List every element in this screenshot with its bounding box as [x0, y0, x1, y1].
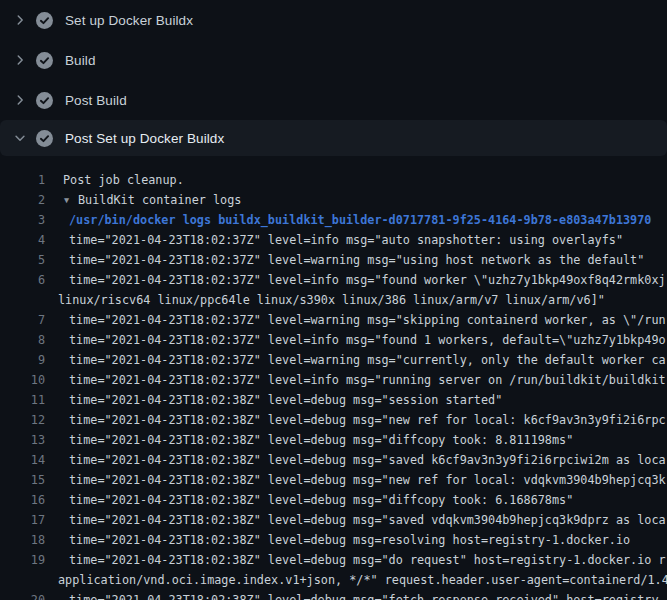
line-number[interactable]: 11 — [0, 390, 45, 410]
log-text: time="2021-04-23T18:02:37Z" level=info m… — [69, 233, 623, 247]
log-text: time="2021-04-23T18:02:38Z" level=debug … — [69, 473, 666, 487]
log-line: 7time="2021-04-23T18:02:37Z" level=warni… — [0, 310, 667, 330]
log-line: 12time="2021-04-23T18:02:38Z" level=debu… — [0, 410, 667, 430]
log-command-line: 3/usr/bin/docker logs buildx_buildkit_bu… — [0, 210, 667, 230]
log-text: application/vnd.oci.image.index.v1+json,… — [58, 573, 667, 587]
line-number[interactable]: 3 — [0, 210, 45, 230]
log-text: time="2021-04-23T18:02:37Z" level=warnin… — [69, 313, 666, 327]
log-text: time="2021-04-23T18:02:38Z" level=debug … — [69, 553, 666, 567]
step-set-up-docker-buildx[interactable]: Set up Docker Buildx — [0, 0, 667, 40]
step-post-build[interactable]: Post Build — [0, 80, 667, 120]
log-group-title[interactable]: BuildKit container logs — [78, 193, 241, 207]
log-line: 16time="2021-04-23T18:02:38Z" level=debu… — [0, 490, 667, 510]
log-line: 10time="2021-04-23T18:02:37Z" level=info… — [0, 370, 667, 390]
log-line: 4time="2021-04-23T18:02:37Z" level=info … — [0, 230, 667, 250]
step-label: Set up Docker Buildx — [65, 13, 193, 28]
line-number[interactable]: 12 — [0, 410, 45, 430]
line-number[interactable]: 4 — [0, 230, 45, 250]
step-build[interactable]: Build — [0, 40, 667, 80]
command-text: /usr/bin/docker logs buildx_buildkit_bui… — [69, 213, 651, 227]
line-number[interactable]: 18 — [0, 530, 45, 550]
step-label: Post Set up Docker Buildx — [65, 131, 224, 146]
step-label: Build — [65, 53, 96, 68]
log-text: time="2021-04-23T18:02:37Z" level=info m… — [69, 273, 666, 287]
log-text: time="2021-04-23T18:02:38Z" level=debug … — [69, 493, 573, 507]
log-line: 17time="2021-04-23T18:02:38Z" level=debu… — [0, 510, 667, 530]
line-number[interactable]: 10 — [0, 370, 45, 390]
line-number[interactable]: 13 — [0, 430, 45, 450]
line-number[interactable]: 2 — [0, 190, 45, 210]
log-text: time="2021-04-23T18:02:38Z" level=debug … — [69, 453, 666, 467]
log-line: 1Post job cleanup. — [0, 170, 667, 190]
log-text: time="2021-04-23T18:02:38Z" level=debug … — [69, 513, 666, 527]
log-line: 8time="2021-04-23T18:02:37Z" level=info … — [0, 330, 667, 350]
log-line: 13time="2021-04-23T18:02:38Z" level=debu… — [0, 430, 667, 450]
line-number[interactable]: 15 — [0, 470, 45, 490]
step-post-set-up-docker-buildx[interactable]: Post Set up Docker Buildx — [0, 120, 667, 156]
log-line-continuation: application/vnd.oci.image.index.v1+json,… — [0, 570, 667, 590]
chevron-right-icon — [12, 92, 28, 108]
log-line: 11time="2021-04-23T18:02:38Z" level=debu… — [0, 390, 667, 410]
log-line: 19time="2021-04-23T18:02:38Z" level=debu… — [0, 550, 667, 570]
collapse-triangle-icon[interactable]: ▼ — [64, 190, 78, 210]
log-line: 6time="2021-04-23T18:02:37Z" level=info … — [0, 270, 667, 290]
check-circle-icon — [36, 12, 53, 29]
line-number[interactable]: 19 — [0, 550, 45, 570]
log-line: 9time="2021-04-23T18:02:37Z" level=warni… — [0, 350, 667, 370]
check-circle-icon — [36, 52, 53, 69]
log-group-header[interactable]: 2▼BuildKit container logs — [0, 190, 667, 210]
log-line: 15time="2021-04-23T18:02:38Z" level=debu… — [0, 470, 667, 490]
log-line: 20time="2021-04-23T18:02:38Z" level=debu… — [0, 590, 667, 600]
line-number[interactable]: 16 — [0, 490, 45, 510]
line-number[interactable]: 17 — [0, 510, 45, 530]
log-text: time="2021-04-23T18:02:37Z" level=warnin… — [69, 253, 644, 267]
log-text: time="2021-04-23T18:02:38Z" level=debug … — [69, 533, 630, 547]
line-number[interactable]: 14 — [0, 450, 45, 470]
line-number[interactable]: 6 — [0, 270, 45, 290]
line-number[interactable]: 8 — [0, 330, 45, 350]
log-text: time="2021-04-23T18:02:38Z" level=debug … — [69, 593, 666, 600]
check-circle-icon — [36, 130, 53, 147]
log-line-continuation: linux/riscv64 linux/ppc64le linux/s390x … — [0, 290, 667, 310]
log-area: 1Post job cleanup. 2▼BuildKit container … — [0, 156, 667, 600]
chevron-right-icon — [12, 52, 28, 68]
log-text: time="2021-04-23T18:02:37Z" level=info m… — [69, 373, 666, 387]
log-line: 5time="2021-04-23T18:02:37Z" level=warni… — [0, 250, 667, 270]
log-text: time="2021-04-23T18:02:38Z" level=debug … — [69, 433, 573, 447]
log-text: time="2021-04-23T18:02:38Z" level=debug … — [69, 413, 666, 427]
log-line: 14time="2021-04-23T18:02:38Z" level=debu… — [0, 450, 667, 470]
workflow-steps-list: Set up Docker Buildx Build Post Build Po… — [0, 0, 667, 156]
chevron-down-icon — [12, 130, 28, 146]
log-text: time="2021-04-23T18:02:37Z" level=warnin… — [69, 353, 666, 367]
line-number[interactable]: 5 — [0, 250, 45, 270]
line-number[interactable]: 1 — [0, 170, 45, 190]
log-line: 18time="2021-04-23T18:02:38Z" level=debu… — [0, 530, 667, 550]
chevron-right-icon — [12, 12, 28, 28]
line-number[interactable]: 9 — [0, 350, 45, 370]
step-label: Post Build — [65, 93, 127, 108]
line-number[interactable]: 7 — [0, 310, 45, 330]
log-text: time="2021-04-23T18:02:38Z" level=debug … — [69, 393, 502, 407]
line-number[interactable]: 20 — [0, 590, 45, 600]
check-circle-icon — [36, 92, 53, 109]
log-text: linux/riscv64 linux/ppc64le linux/s390x … — [58, 293, 605, 307]
log-text: time="2021-04-23T18:02:37Z" level=info m… — [69, 333, 666, 347]
log-text: Post job cleanup. — [63, 173, 184, 187]
